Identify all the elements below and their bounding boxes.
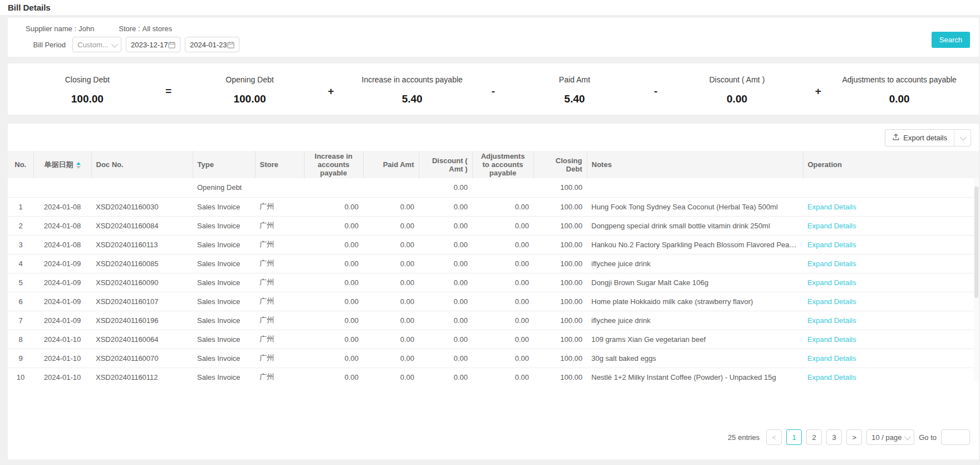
page-button-1[interactable]: 1 (786, 429, 802, 445)
cell-adjustments: 0.00 (472, 349, 533, 368)
cell-doc-no: XSD202401160030 (91, 197, 193, 216)
cell-no: 6 (8, 292, 33, 311)
vertical-scrollbar[interactable] (974, 178, 979, 381)
cell-operation: Expand Details (803, 197, 979, 216)
expand-details-link[interactable]: Expand Details (807, 241, 856, 249)
bill-period-select[interactable]: Custom... (72, 37, 121, 52)
cell-notes: Hung Fook Tong Sydney Sea Coconut (Herba… (587, 197, 803, 216)
expand-details-link[interactable]: Expand Details (807, 297, 856, 306)
expand-details-link[interactable]: Expand Details (807, 316, 856, 325)
cell-closing-debt: 100.00 (533, 311, 587, 330)
page-size-select[interactable]: 10 / page (866, 429, 914, 445)
cell-type: Sales Invoice (193, 368, 255, 381)
page-title: Bill Details (8, 3, 51, 12)
cell-operation: Expand Details (803, 254, 979, 273)
cell-notes: Hankou No.2 Factory Sparkling Peach Blos… (587, 235, 803, 254)
cell-increase: 0.00 (304, 349, 363, 368)
cell-adjustments: 0.00 (472, 216, 533, 235)
col-header-store: Store (255, 151, 304, 178)
cell-doc-date: 2024-01-08 (33, 197, 91, 216)
cell-adjustments: 0.00 (472, 330, 533, 349)
cell-type: Opening Debt (193, 178, 255, 197)
cell-adjustments: 0.00 (472, 292, 533, 311)
filter-panel: Supplier name : John Store : All stores … (8, 18, 979, 57)
table-row: 8 2024-01-10 XSD202401160064 Sales Invoi… (8, 330, 979, 349)
table-scroll-area[interactable]: Opening Debt 0.00 100.00 1 2024-01-08 XS… (8, 178, 979, 381)
date-from-value: 2023-12-17 (131, 41, 168, 49)
entries-count: 25 entries (728, 433, 759, 442)
cell-type: Sales Invoice (193, 235, 255, 254)
export-details-button[interactable]: Export details (885, 130, 954, 146)
cell-type: Sales Invoice (193, 197, 255, 216)
bill-period-select-value: Custom... (77, 41, 109, 49)
cell-increase: 0.00 (304, 292, 363, 311)
cell-doc-date: 2024-01-08 (33, 235, 91, 254)
plus-operator: + (324, 85, 338, 97)
bill-table-panel: Export details No. 单据日期 Doc No. Type Sto… (8, 124, 979, 459)
date-to-input[interactable]: 2024-01-23 (185, 37, 239, 52)
cell-notes: 30g salt baked eggs (587, 349, 803, 368)
cell-notes: Dongji Brown Sugar Malt Cake 106g (587, 273, 803, 292)
summary-metric-adjustments: Adjustments to accounts payable 0.00 (825, 75, 973, 105)
cell-closing-debt: 100.00 (533, 273, 587, 292)
page-size-value: 10 / page (871, 433, 901, 442)
date-from-input[interactable]: 2023-12-17 (126, 37, 180, 52)
cell-increase: 0.00 (304, 197, 363, 216)
cell-adjustments: 0.00 (472, 273, 533, 292)
calendar-icon (168, 41, 175, 48)
cell-doc-no: XSD202401160112 (91, 368, 193, 381)
cell-no (8, 178, 33, 197)
goto-page-input[interactable] (941, 429, 970, 445)
cell-operation: Expand Details (803, 273, 979, 292)
cell-operation: Expand Details (803, 216, 979, 235)
next-page-button[interactable]: > (846, 429, 862, 445)
cell-notes: Dongpeng special drink small bottle vita… (587, 216, 803, 235)
sort-icon[interactable] (76, 162, 81, 169)
scrollbar-thumb[interactable] (974, 187, 978, 298)
cell-store: 广州 (255, 197, 304, 216)
cell-type: Sales Invoice (193, 292, 255, 311)
cell-doc-date: 2024-01-09 (33, 273, 91, 292)
cell-doc-date: 2024-01-09 (33, 311, 91, 330)
expand-details-link[interactable]: Expand Details (807, 222, 856, 230)
cell-type: Sales Invoice (193, 254, 255, 273)
table-row: 6 2024-01-09 XSD202401160107 Sales Invoi… (8, 292, 979, 311)
table-row: Opening Debt 0.00 100.00 (8, 178, 979, 197)
expand-details-link[interactable]: Expand Details (807, 373, 856, 381)
col-header-discount: Discount ( Amt ) (419, 151, 472, 178)
cell-adjustments: 0.00 (472, 368, 533, 381)
prev-page-button[interactable]: < (766, 429, 782, 445)
cell-notes (587, 178, 803, 197)
cell-operation: Expand Details (803, 349, 979, 368)
col-header-doc-date[interactable]: 单据日期 (33, 151, 91, 178)
col-header-no: No. (8, 151, 33, 178)
table-row: 4 2024-01-09 XSD202401160085 Sales Invoi… (8, 254, 979, 273)
expand-details-link[interactable]: Expand Details (807, 354, 856, 363)
table-row: 10 2024-01-10 XSD202401160112 Sales Invo… (8, 368, 979, 381)
cell-doc-date (33, 178, 91, 197)
page-button-3[interactable]: 3 (826, 429, 842, 445)
page-button-2[interactable]: 2 (806, 429, 822, 445)
cell-discount: 0.00 (419, 254, 472, 273)
calendar-icon (227, 41, 234, 48)
table-row: 1 2024-01-08 XSD202401160030 Sales Invoi… (8, 197, 979, 216)
cell-increase: 0.00 (304, 254, 363, 273)
table-row: 7 2024-01-09 XSD202401160196 Sales Invoi… (8, 311, 979, 330)
cell-notes: 109 grams Xian Ge vegetarian beef (587, 330, 803, 349)
cell-increase: 0.00 (304, 216, 363, 235)
expand-details-link[interactable]: Expand Details (807, 278, 856, 287)
expand-details-link[interactable]: Expand Details (807, 335, 856, 344)
plus-operator: + (811, 85, 825, 97)
cell-discount: 0.00 (419, 330, 472, 349)
export-dropdown-button[interactable] (954, 130, 971, 146)
cell-type: Sales Invoice (193, 349, 255, 368)
expand-details-link[interactable]: Expand Details (807, 203, 856, 211)
expand-details-link[interactable]: Expand Details (807, 260, 856, 268)
chevron-down-icon (111, 40, 119, 47)
supplier-label: Supplier name : (26, 25, 76, 33)
cell-no: 1 (8, 197, 33, 216)
cell-store: 广州 (255, 311, 304, 330)
cell-doc-no: XSD202401160070 (91, 349, 193, 368)
cell-paid-amt: 0.00 (363, 273, 419, 292)
search-button[interactable]: Search (932, 32, 970, 48)
